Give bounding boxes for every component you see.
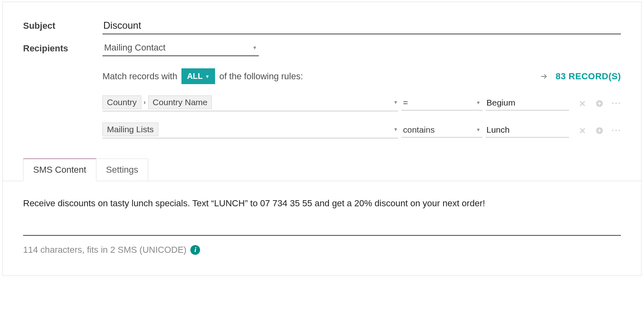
add-rule-button[interactable] bbox=[595, 99, 604, 108]
character-count: 114 characters, fits in 2 SMS (UNICODE) … bbox=[23, 245, 621, 267]
caret-down-icon: ▼ bbox=[393, 127, 398, 132]
recipients-label: Recipients bbox=[23, 41, 102, 54]
match-records-row: Match records with ALL ▼ of the followin… bbox=[102, 68, 621, 84]
rule-field-selector[interactable]: Mailing Lists ▼ bbox=[102, 123, 398, 138]
caret-down-icon: ▼ bbox=[252, 45, 257, 51]
close-icon bbox=[578, 99, 586, 108]
recipients-select-value: Mailing Contact bbox=[104, 42, 166, 53]
remove-rule-button[interactable] bbox=[578, 99, 587, 108]
tab-label: SMS Content bbox=[33, 165, 86, 175]
more-rule-options-button[interactable]: ··· bbox=[612, 98, 621, 109]
caret-down-icon: ▼ bbox=[476, 127, 481, 133]
subject-label: Subject bbox=[23, 18, 102, 31]
field-chip[interactable]: Country Name bbox=[148, 95, 212, 109]
tabs: SMS Content Settings bbox=[23, 159, 621, 181]
add-rule-button[interactable] bbox=[595, 127, 604, 135]
sms-content-panel: 114 characters, fits in 2 SMS (UNICODE) … bbox=[23, 197, 621, 267]
tab-sms-content[interactable]: SMS Content bbox=[23, 159, 96, 181]
more-rule-options-button[interactable]: ··· bbox=[612, 125, 621, 136]
rule-field-selector[interactable]: Country › Country Name ▼ bbox=[102, 95, 398, 111]
records-count-link[interactable]: 83 RECORD(S) bbox=[540, 71, 621, 82]
field-chip[interactable]: Mailing Lists bbox=[102, 123, 158, 136]
filter-rule-row: Country › Country Name ▼ = ▼ bbox=[102, 95, 621, 111]
rule-operator-select[interactable]: contains ▼ bbox=[401, 123, 482, 138]
rule-value-input[interactable] bbox=[486, 123, 569, 138]
rule-operator-value: contains bbox=[403, 125, 435, 135]
sms-mailing-form: Subject Recipients Mailing Contact ▼ Mat… bbox=[2, 2, 642, 276]
recipients-select[interactable]: Mailing Contact ▼ bbox=[102, 41, 259, 56]
caret-down-icon: ▼ bbox=[476, 100, 481, 106]
recipients-row: Recipients Mailing Contact ▼ Match recor… bbox=[23, 41, 621, 138]
info-icon[interactable]: i bbox=[190, 245, 200, 255]
close-icon bbox=[578, 127, 586, 135]
field-chip[interactable]: Country bbox=[102, 95, 141, 109]
rule-operator-select[interactable]: = ▼ bbox=[401, 96, 482, 110]
caret-down-icon: ▼ bbox=[393, 99, 398, 105]
match-mode-toggle[interactable]: ALL ▼ bbox=[181, 68, 215, 84]
match-suffix: of the following rules: bbox=[219, 71, 303, 82]
remove-rule-button[interactable] bbox=[578, 127, 587, 135]
subject-row: Subject bbox=[23, 18, 621, 34]
sms-text-input[interactable] bbox=[23, 197, 621, 236]
chevron-right-icon: › bbox=[144, 99, 146, 106]
plus-circle-icon bbox=[595, 99, 603, 108]
subject-input[interactable] bbox=[102, 18, 621, 34]
plus-circle-icon bbox=[595, 127, 603, 135]
rule-operator-value: = bbox=[403, 98, 408, 108]
rule-actions: ··· bbox=[578, 98, 621, 109]
tab-settings[interactable]: Settings bbox=[96, 159, 149, 181]
rule-value-input[interactable] bbox=[486, 96, 569, 110]
tab-label: Settings bbox=[106, 165, 139, 175]
match-prefix: Match records with bbox=[102, 71, 177, 82]
match-mode-label: ALL bbox=[187, 72, 203, 81]
rule-actions: ··· bbox=[578, 125, 621, 136]
filter-rule-row: Mailing Lists ▼ contains ▼ ··· bbox=[102, 123, 621, 138]
char-count-text: 114 characters, fits in 2 SMS (UNICODE) bbox=[23, 245, 186, 255]
caret-down-icon: ▼ bbox=[205, 74, 210, 79]
arrow-right-icon bbox=[540, 72, 548, 81]
records-count-text: 83 RECORD(S) bbox=[556, 71, 621, 82]
